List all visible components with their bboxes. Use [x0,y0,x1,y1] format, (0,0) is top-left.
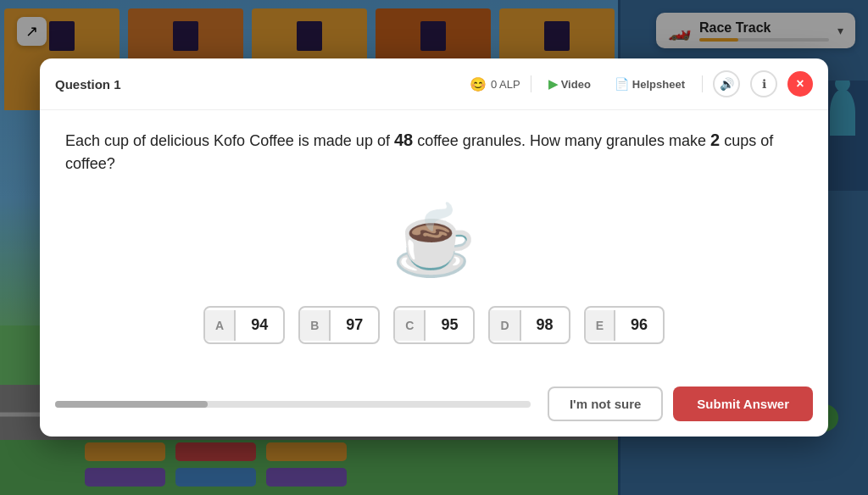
video-label: Video [561,78,591,91]
question-number-1: 48 [394,131,413,149]
modal-footer: I'm not sure Submit Answer [40,378,828,437]
helpsheet-button[interactable]: 📄 Helpsheet [608,74,692,94]
option-a-value: 94 [236,308,283,342]
question-text: Each cup of delicious Kofo Coffee is mad… [65,127,803,175]
question-number-2: 2 [710,131,720,149]
option-e-button[interactable]: E 96 [584,306,665,344]
question-progress-fill [55,401,208,408]
modal-overlay: Question 1 😊 0 ALP ▶ Video 📄 Helpsheet 🔊… [0,0,868,495]
info-icon: ℹ [762,77,766,91]
option-b-letter: B [300,310,331,341]
info-button[interactable]: ℹ [750,70,777,97]
modal-header: Question 1 😊 0 ALP ▶ Video 📄 Helpsheet 🔊… [40,58,828,110]
question-label: Question 1 [55,77,459,92]
coffee-image: ☕ [65,192,803,298]
close-button[interactable]: × [787,71,813,97]
submit-answer-button[interactable]: Submit Answer [673,387,813,421]
audio-icon: 🔊 [720,77,734,91]
option-a-button[interactable]: A 94 [203,306,285,344]
header-divider-2 [702,75,703,92]
alp-count: 0 ALP [491,78,520,91]
close-icon: × [796,76,804,92]
video-button[interactable]: ▶ Video [542,74,598,94]
audio-button[interactable]: 🔊 [713,70,740,97]
option-d-value: 98 [521,308,569,342]
option-a-letter: A [205,310,236,341]
question-progress-bar [55,401,531,408]
not-sure-button[interactable]: I'm not sure [548,387,663,421]
option-d-button[interactable]: D 98 [488,306,570,344]
answer-options: A 94 B 97 C 95 D 98 E 96 [65,306,803,344]
alp-badge: 😊 0 ALP [470,76,520,92]
option-c-value: 95 [426,308,473,342]
footer-buttons: I'm not sure Submit Answer [548,387,813,421]
option-b-button[interactable]: B 97 [298,306,380,344]
question-modal: Question 1 😊 0 ALP ▶ Video 📄 Helpsheet 🔊… [40,58,828,437]
helpsheet-label: Helpsheet [632,78,685,91]
header-divider [531,75,531,92]
coffee-emoji: ☕ [392,201,476,281]
option-b-value: 97 [331,308,378,342]
play-icon: ▶ [548,77,558,91]
option-d-letter: D [490,310,520,341]
alp-emoji: 😊 [470,76,487,92]
option-c-button[interactable]: C 95 [393,306,475,344]
question-text-before: Each cup of delicious Kofo Coffee is mad… [65,132,394,149]
option-e-letter: E [586,310,615,341]
option-c-letter: C [395,310,426,341]
option-e-value: 96 [615,308,663,342]
question-text-middle: coffee granules. How many granules make [413,132,710,149]
modal-body: Each cup of delicious Kofo Coffee is mad… [40,110,828,378]
document-icon: 📄 [615,77,629,91]
